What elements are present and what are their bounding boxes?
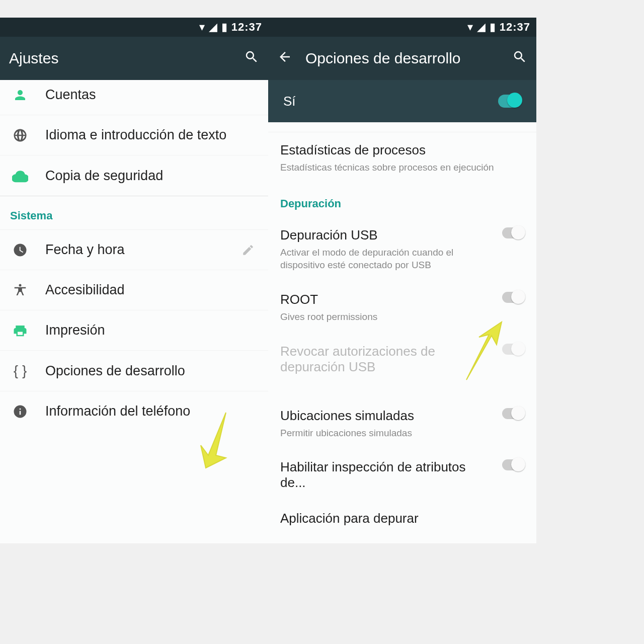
toggle-switch[interactable] <box>502 227 524 238</box>
status-bar: ▾ ◢ ▮ 12:37 <box>268 18 536 37</box>
signal-icon: ◢ <box>477 21 486 34</box>
row-usb-debugging[interactable]: Depuración USB Activar el modo de depura… <box>268 217 536 282</box>
label: ROOT <box>280 292 493 307</box>
row-revoke-usb-auth: Revocar autorizaciones de depuración USB <box>268 334 536 385</box>
clock: 12:37 <box>231 21 262 34</box>
toggle-switch[interactable] <box>502 408 524 419</box>
row-accessibility[interactable]: Accesibilidad <box>0 270 268 310</box>
toggle-switch[interactable] <box>502 459 524 470</box>
subtitle: Permitir ubicaciones simuladas <box>280 427 493 440</box>
label: Ubicaciones simuladas <box>280 408 493 424</box>
row-language[interactable]: Idioma e introducción de texto <box>0 115 268 155</box>
label: Impresión <box>45 323 258 338</box>
battery-icon: ▮ <box>221 21 227 34</box>
settings-screen: ▾ ◢ ▮ 12:37 Ajustes Cuentas Idioma e int… <box>0 18 268 543</box>
row-view-attribute-inspection[interactable]: Habilitar inspección de atributos de... <box>268 449 536 501</box>
info-icon <box>10 404 30 419</box>
label: Aplicación para depurar <box>280 511 524 526</box>
row-developer-options[interactable]: { } Opciones de desarrollo <box>0 350 268 391</box>
appbar: Opciones de desarrollo <box>268 37 536 80</box>
toggle-switch[interactable] <box>502 292 524 303</box>
settings-list[interactable]: Cuentas Idioma e introducción de texto C… <box>0 80 268 543</box>
row-about[interactable]: Información del teléfono <box>0 391 268 431</box>
row-accounts[interactable]: Cuentas <box>0 80 268 115</box>
subtitle: Estadísticas técnicas sobre procesos en … <box>280 161 524 174</box>
developer-options-screen: ▾ ◢ ▮ 12:37 Opciones de desarrollo Sí Es… <box>268 18 536 543</box>
clock-icon <box>10 243 30 258</box>
label: Información del teléfono <box>45 404 258 419</box>
label: Opciones de desarrollo <box>45 363 258 379</box>
subtitle: Activar el modo de depuración cuando el … <box>280 246 493 272</box>
appbar: Ajustes <box>0 37 268 80</box>
arrow-back-icon <box>277 49 292 64</box>
clock: 12:37 <box>500 21 530 34</box>
row-printing[interactable]: Impresión <box>0 310 268 350</box>
wifi-icon: ▾ <box>467 21 473 34</box>
label: Estadísticas de procesos <box>280 142 524 158</box>
page-title: Ajustes <box>9 50 231 67</box>
search-icon <box>244 49 259 64</box>
dev-options-list[interactable]: Estadísticas de procesos Estadísticas té… <box>268 122 536 543</box>
row-root[interactable]: ROOT Gives root permissions <box>268 282 536 334</box>
subtitle: Gives root permissions <box>280 310 493 324</box>
braces-icon: { } <box>10 363 30 379</box>
status-bar: ▾ ◢ ▮ 12:37 <box>0 18 268 37</box>
toggle-switch[interactable] <box>498 95 521 108</box>
back-button[interactable] <box>277 49 292 68</box>
label: Depuración USB <box>280 227 493 243</box>
accounts-icon <box>10 88 30 103</box>
cloud-icon <box>10 168 30 184</box>
label: Habilitar inspección de atributos de... <box>280 459 493 491</box>
toggle-switch <box>502 344 524 355</box>
page-title: Opciones de desarrollo <box>305 50 499 67</box>
signal-icon: ◢ <box>209 21 217 34</box>
globe-icon <box>10 128 30 143</box>
label: Fecha y hora <box>45 242 223 258</box>
label: Accesibilidad <box>45 282 258 298</box>
row-datetime[interactable]: Fecha y hora <box>0 229 268 270</box>
section-debug: Depuración <box>268 184 536 217</box>
row-backup[interactable]: Copia de seguridad <box>0 155 268 196</box>
row-process-stats[interactable]: Estadísticas de procesos Estadísticas té… <box>268 132 536 184</box>
search-icon <box>512 49 527 64</box>
master-toggle-label: Sí <box>283 94 498 109</box>
label: Revocar autorizaciones de depuración USB <box>280 344 493 375</box>
accessibility-icon <box>10 283 30 298</box>
section-system: Sistema <box>0 196 268 229</box>
row-mock-locations[interactable]: Ubicaciones simuladas Permitir ubicacion… <box>268 398 536 450</box>
search-button[interactable] <box>512 49 527 68</box>
master-toggle-row[interactable]: Sí <box>268 80 536 122</box>
row-select-debug-app[interactable]: Aplicación para depurar <box>268 501 536 536</box>
edit-icon <box>238 244 258 257</box>
search-button[interactable] <box>244 49 259 68</box>
label: Cuentas <box>45 87 258 103</box>
print-icon <box>10 323 30 338</box>
label: Idioma e introducción de texto <box>45 127 258 143</box>
wifi-icon: ▾ <box>199 21 205 34</box>
battery-icon: ▮ <box>490 21 496 34</box>
label: Copia de seguridad <box>45 168 258 184</box>
